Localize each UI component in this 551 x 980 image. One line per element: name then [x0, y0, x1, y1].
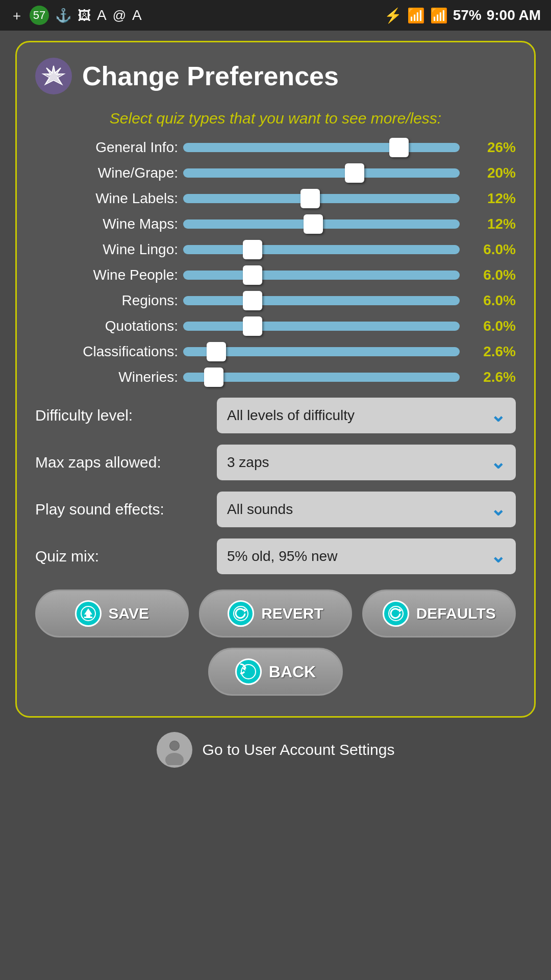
slider-value-8: 2.6%: [465, 344, 516, 360]
slider-thumb-9[interactable]: [204, 368, 223, 387]
plus-icon: ＋: [10, 7, 23, 24]
amazon2-icon: A: [132, 7, 142, 23]
slider-row-3: Wine Maps:12%: [35, 216, 516, 232]
signal-icon: 📶: [430, 7, 448, 24]
revert-button[interactable]: REVERT: [199, 590, 353, 638]
slider-thumb-2[interactable]: [300, 189, 320, 208]
slider-thumb-3[interactable]: [304, 214, 323, 234]
status-left-icons: ＋ 57 ⚓ 🖼 A @ A: [10, 6, 142, 25]
dropdown-select-sounds[interactable]: All sounds⌄: [217, 492, 516, 527]
notification-badge: 57: [30, 6, 49, 25]
status-right-icons: ⚡ 📶 📶 57% 9:00 AM: [384, 7, 541, 24]
image-icon: 🖼: [78, 8, 91, 23]
slider-track-7[interactable]: [183, 322, 460, 331]
action-buttons-row: SAVE REVERT DEFAULTS: [35, 590, 516, 638]
slider-track-1[interactable]: [183, 168, 460, 178]
preferences-panel: Change Preferences Select quiz types tha…: [15, 41, 536, 718]
slider-value-9: 2.6%: [465, 369, 516, 385]
status-bar: ＋ 57 ⚓ 🖼 A @ A ⚡ 📶 📶 57% 9:00 AM: [0, 0, 551, 31]
at-icon: @: [113, 8, 126, 23]
slider-thumb-4[interactable]: [243, 240, 262, 259]
slider-row-6: Regions:6.0%: [35, 292, 516, 309]
app-icon: [35, 58, 72, 94]
dropdown-label-sounds: Play sound effects:: [35, 501, 209, 518]
dropdown-value-sounds: All sounds: [227, 501, 293, 518]
slider-thumb-7[interactable]: [243, 316, 262, 336]
slider-track-8[interactable]: [183, 347, 460, 356]
slider-row-5: Wine People:6.0%: [35, 267, 516, 283]
star-icon: [41, 64, 66, 88]
defaults-button[interactable]: DEFAULTS: [362, 590, 516, 638]
defaults-arrow-icon: [388, 605, 404, 622]
dropdown-label-difficulty: Difficulty level:: [35, 407, 209, 424]
save-icon: [75, 600, 102, 627]
dropdown-select-quizmix[interactable]: 5% old, 95% new⌄: [217, 538, 516, 574]
subtitle-text: Select quiz types that you want to see m…: [35, 110, 516, 127]
slider-thumb-8[interactable]: [207, 342, 226, 361]
slider-thumb-1[interactable]: [345, 163, 364, 183]
dropdowns-container: Difficulty level:All levels of difficult…: [35, 398, 516, 574]
svg-rect-4: [86, 615, 90, 617]
footer-user-link[interactable]: Go to User Account Settings: [0, 732, 551, 768]
usb-icon: ⚓: [55, 8, 71, 23]
battery-text: 57%: [453, 7, 482, 23]
slider-value-4: 6.0%: [465, 241, 516, 258]
slider-label-7: Quotations:: [35, 318, 178, 334]
upload-icon: [80, 605, 96, 622]
slider-label-1: Wine/Grape:: [35, 165, 178, 181]
slider-row-8: Classifications:2.6%: [35, 344, 516, 360]
dropdown-select-maxzaps[interactable]: 3 zaps⌄: [217, 445, 516, 480]
dropdown-value-maxzaps: 3 zaps: [227, 454, 269, 471]
slider-track-4[interactable]: [183, 245, 460, 254]
save-button[interactable]: SAVE: [35, 590, 189, 638]
revert-icon: [228, 600, 254, 627]
dropdown-row-sounds: Play sound effects:All sounds⌄: [35, 492, 516, 527]
slider-value-1: 20%: [465, 165, 516, 181]
slider-value-7: 6.0%: [465, 318, 516, 334]
dropdown-label-quizmix: Quiz mix:: [35, 548, 209, 565]
footer-link-text: Go to User Account Settings: [203, 741, 395, 758]
dropdown-arrow-quizmix: ⌄: [490, 546, 506, 567]
slider-track-9[interactable]: [183, 373, 460, 382]
dropdown-arrow-maxzaps: ⌄: [490, 452, 506, 473]
slider-label-2: Wine Labels:: [35, 190, 178, 207]
slider-thumb-5[interactable]: [243, 265, 262, 285]
slider-row-4: Wine Lingo:6.0%: [35, 241, 516, 258]
svg-point-15: [170, 741, 179, 750]
slider-label-3: Wine Maps:: [35, 216, 178, 232]
slider-row-1: Wine/Grape:20%: [35, 165, 516, 181]
slider-row-2: Wine Labels:12%: [35, 190, 516, 207]
dropdown-label-maxzaps: Max zaps allowed:: [35, 454, 209, 471]
slider-row-9: Wineries:2.6%: [35, 369, 516, 385]
dropdown-row-quizmix: Quiz mix:5% old, 95% new⌄: [35, 538, 516, 574]
back-arrow-icon: [240, 664, 257, 680]
slider-label-0: General Info:: [35, 139, 178, 156]
slider-track-0[interactable]: [183, 143, 460, 152]
slider-value-3: 12%: [465, 216, 516, 232]
dropdown-value-difficulty: All levels of difficulty: [227, 407, 355, 424]
svg-marker-3: [84, 608, 92, 615]
dropdown-row-maxzaps: Max zaps allowed:3 zaps⌄: [35, 445, 516, 480]
slider-track-6[interactable]: [183, 296, 460, 305]
slider-track-5[interactable]: [183, 271, 460, 280]
sliders-container: General Info:26%Wine/Grape:20%Wine Label…: [35, 139, 516, 385]
slider-label-5: Wine People:: [35, 267, 178, 283]
slider-track-3[interactable]: [183, 219, 460, 229]
slider-row-0: General Info:26%: [35, 139, 516, 156]
revert-arrow-icon: [233, 605, 249, 622]
back-button[interactable]: BACK: [208, 648, 343, 696]
defaults-icon: [383, 600, 409, 627]
slider-thumb-6[interactable]: [243, 291, 262, 310]
back-icon: [235, 658, 262, 685]
dropdown-row-difficulty: Difficulty level:All levels of difficult…: [35, 398, 516, 433]
slider-label-6: Regions:: [35, 292, 178, 309]
slider-value-2: 12%: [465, 190, 516, 207]
slider-label-4: Wine Lingo:: [35, 241, 178, 258]
panel-header: Change Preferences: [35, 58, 516, 94]
dropdown-arrow-difficulty: ⌄: [490, 405, 506, 426]
amazon-icon: A: [97, 7, 107, 23]
slider-value-5: 6.0%: [465, 267, 516, 283]
slider-track-2[interactable]: [183, 194, 460, 203]
slider-thumb-0[interactable]: [389, 138, 409, 157]
dropdown-select-difficulty[interactable]: All levels of difficulty⌄: [217, 398, 516, 433]
